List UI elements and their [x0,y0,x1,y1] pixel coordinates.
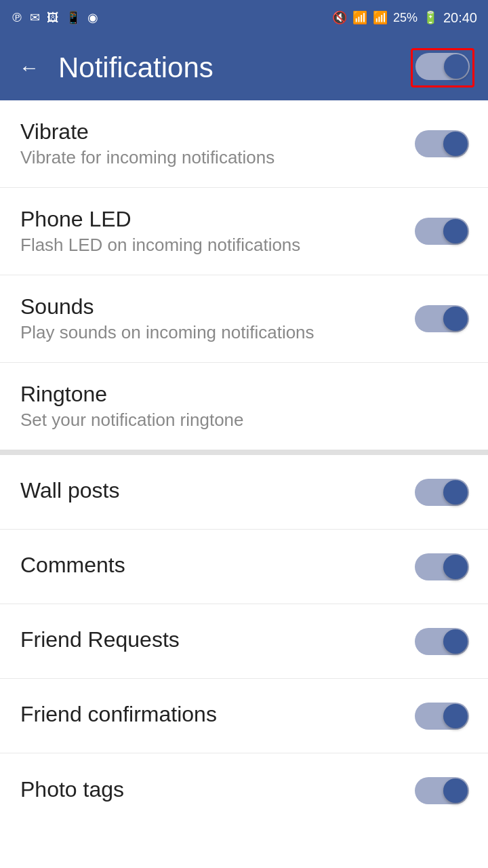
toggle-thumb-friend-requests [443,629,468,654]
toggle-track-comments[interactable] [415,553,469,580]
status-bar: ℗ ✉ 🖼 📱 ◉ 🔇 📶 📶 25% 🔋 20:40 [0,0,488,35]
toggle-track-friend-confirmations[interactable] [415,703,469,730]
settings-item-title-ringtone: Ringtone [20,382,469,407]
page-title: Notifications [58,52,411,84]
master-toggle-track[interactable] [415,53,470,80]
email-icon: ✉ [30,10,40,25]
toggle-comments[interactable] [415,553,469,580]
settings-item-text-friend-confirmations: Friend confirmations [20,702,415,730]
settings-item-text-wall-posts: Wall posts [20,478,415,506]
toggle-wall-posts[interactable] [415,479,469,506]
settings-item-title-friend-requests: Friend Requests [20,627,415,652]
settings-item-title-wall-posts: Wall posts [20,478,415,503]
settings-item-ringtone[interactable]: Ringtone Set your notification ringtone [0,363,488,450]
battery-level: 25% [393,11,418,25]
toggle-thumb-comments [443,555,468,579]
settings-item-text-sounds: Sounds Play sounds on incoming notificat… [20,294,415,343]
settings-item-title-photo-tags: Photo tags [20,777,415,802]
master-toggle[interactable] [415,53,470,80]
settings-item-subtitle-phone-led: Flash LED on incoming notifications [20,235,415,256]
settings-item-subtitle-vibrate: Vibrate for incoming notifications [20,147,415,168]
toggle-track-vibrate[interactable] [415,130,469,157]
vodafone-icon: ◉ [87,10,98,25]
master-toggle-thumb [444,54,468,79]
toggle-friend-requests[interactable] [415,628,469,655]
settings-section-2: Wall posts Comments Friend Requests [0,455,488,828]
settings-item-title-friend-confirmations: Friend confirmations [20,702,415,727]
toggle-vibrate[interactable] [415,130,469,157]
toggle-track-phone-led[interactable] [415,218,469,245]
settings-item-phone-led[interactable]: Phone LED Flash LED on incoming notifica… [0,188,488,275]
settings-item-text-ringtone: Ringtone Set your notification ringtone [20,382,469,431]
toggle-phone-led[interactable] [415,218,469,245]
back-button[interactable]: ← [14,51,45,85]
settings-item-friend-requests[interactable]: Friend Requests [0,604,488,679]
settings-item-title-vibrate: Vibrate [20,119,415,144]
app-bar: ← Notifications [0,35,488,100]
settings-item-text-phone-led: Phone LED Flash LED on incoming notifica… [20,207,415,256]
master-toggle-wrapper [411,48,474,87]
settings-item-friend-confirmations[interactable]: Friend confirmations [0,679,488,753]
toggle-photo-tags[interactable] [415,777,469,804]
settings-section-1: Vibrate Vibrate for incoming notificatio… [0,100,488,450]
settings-item-comments[interactable]: Comments [0,530,488,604]
tablet-icon: 📱 [66,10,81,25]
signal-icon: 📶 [373,10,388,25]
toggle-track-photo-tags[interactable] [415,777,469,804]
settings-item-subtitle-ringtone: Set your notification ringtone [20,410,469,431]
toggle-thumb-phone-led [443,219,468,243]
toggle-thumb-sounds [443,307,468,331]
settings-item-title-sounds: Sounds [20,294,415,319]
settings-item-text-comments: Comments [20,553,415,580]
toggle-thumb-wall-posts [443,480,468,505]
toggle-track-sounds[interactable] [415,305,469,332]
image-icon: 🖼 [47,11,59,25]
settings-item-subtitle-sounds: Play sounds on incoming notifications [20,322,415,343]
status-bar-left: ℗ ✉ 🖼 📱 ◉ [11,10,98,25]
settings-item-photo-tags[interactable]: Photo tags [0,753,488,828]
settings-item-title-comments: Comments [20,553,415,578]
section-divider [0,450,488,455]
toggle-track-friend-requests[interactable] [415,628,469,655]
settings-item-wall-posts[interactable]: Wall posts [0,455,488,530]
toggle-sounds[interactable] [415,305,469,332]
toggle-friend-confirmations[interactable] [415,703,469,730]
battery-icon: 🔋 [423,10,438,25]
settings-item-text-friend-requests: Friend Requests [20,627,415,655]
toggle-thumb-photo-tags [443,778,468,803]
toggle-thumb-friend-confirmations [443,704,468,728]
toggle-track-wall-posts[interactable] [415,479,469,506]
wifi-icon: 📶 [352,10,367,25]
settings-item-sounds[interactable]: Sounds Play sounds on incoming notificat… [0,275,488,363]
settings-item-text-photo-tags: Photo tags [20,777,415,805]
mute-icon: 🔇 [332,10,347,25]
status-bar-right: 🔇 📶 📶 25% 🔋 20:40 [332,10,477,26]
settings-item-vibrate[interactable]: Vibrate Vibrate for incoming notificatio… [0,100,488,188]
pinterest-icon: ℗ [11,10,23,25]
settings-item-text-vibrate: Vibrate Vibrate for incoming notificatio… [20,119,415,168]
settings-item-title-phone-led: Phone LED [20,207,415,232]
status-time: 20:40 [443,10,477,26]
toggle-thumb-vibrate [443,132,468,156]
